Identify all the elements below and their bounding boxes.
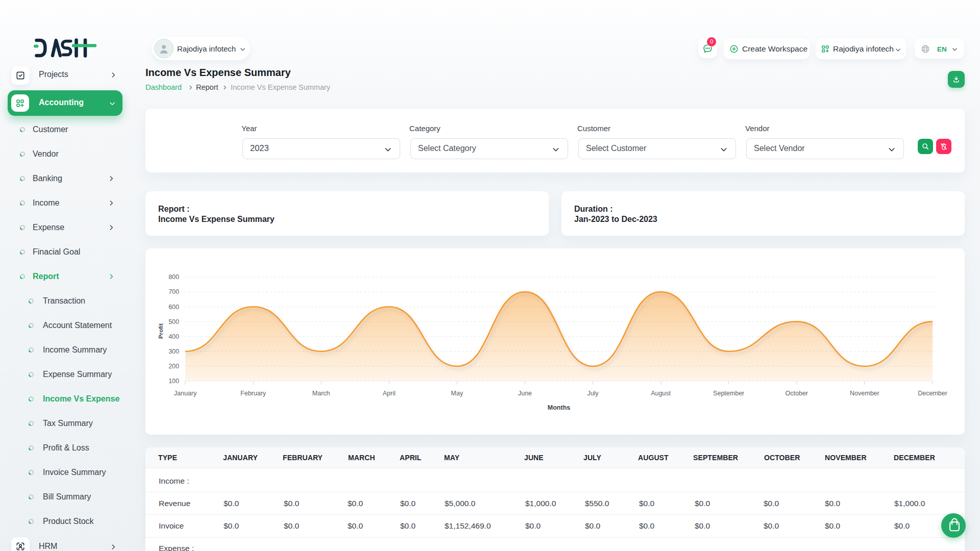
svg-text:700: 700 <box>168 288 179 295</box>
svg-text:March: March <box>312 390 330 397</box>
svg-text:800: 800 <box>168 273 179 281</box>
svg-text:June: June <box>518 390 532 397</box>
svg-text:Months: Months <box>548 404 570 411</box>
svg-text:January: January <box>174 390 197 397</box>
svg-text:April: April <box>383 390 396 397</box>
svg-text:December: December <box>918 390 947 397</box>
svg-text:August: August <box>651 390 671 397</box>
svg-text:400: 400 <box>168 333 179 340</box>
svg-text:500: 500 <box>168 318 179 325</box>
svg-text:600: 600 <box>168 304 179 311</box>
svg-text:July: July <box>587 390 599 397</box>
svg-text:Profit: Profit <box>158 323 164 339</box>
svg-text:October: October <box>786 390 808 397</box>
svg-text:100: 100 <box>168 378 179 385</box>
svg-text:300: 300 <box>168 348 179 355</box>
svg-text:November: November <box>850 390 879 397</box>
svg-text:200: 200 <box>168 363 179 370</box>
svg-text:February: February <box>240 390 266 397</box>
svg-text:September: September <box>713 390 744 397</box>
svg-text:May: May <box>451 390 463 397</box>
